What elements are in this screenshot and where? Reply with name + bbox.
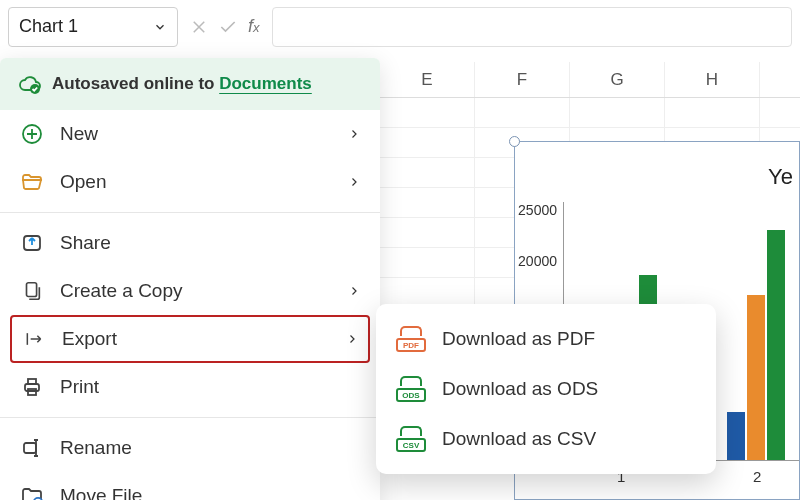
- chevron-right-icon: [348, 284, 360, 298]
- resize-handle-icon[interactable]: [509, 136, 520, 147]
- formula-bar-icons: fx: [190, 16, 260, 37]
- menu-share[interactable]: Share: [0, 219, 380, 267]
- svg-rect-5: [28, 379, 36, 384]
- cancel-icon[interactable]: [190, 18, 208, 36]
- svg-rect-6: [28, 389, 36, 395]
- col-header[interactable]: F: [475, 62, 570, 97]
- svg-rect-7: [24, 443, 36, 453]
- folder-open-icon: [20, 170, 44, 194]
- fx-icon[interactable]: fx: [248, 16, 260, 37]
- x-tick: 2: [753, 468, 761, 485]
- svg-rect-3: [27, 283, 37, 297]
- menu-print[interactable]: Print: [0, 363, 380, 411]
- rename-icon: [20, 436, 44, 460]
- bar: [767, 230, 785, 460]
- formula-input[interactable]: [272, 7, 792, 47]
- documents-link[interactable]: Documents: [219, 74, 312, 93]
- folder-move-icon: [20, 484, 44, 500]
- export-pdf[interactable]: PDF Download as PDF: [382, 314, 710, 364]
- menu-label: Share: [60, 232, 360, 254]
- menu-label: Export: [62, 328, 330, 350]
- bar: [747, 295, 765, 460]
- submenu-label: Download as ODS: [442, 378, 598, 400]
- export-csv[interactable]: CSV Download as CSV: [382, 414, 710, 464]
- share-icon: [20, 231, 44, 255]
- accept-icon[interactable]: [218, 17, 238, 37]
- separator: [0, 417, 380, 418]
- autosave-text: Autosaved online to Documents: [52, 74, 312, 94]
- menu-label: Create a Copy: [60, 280, 332, 302]
- copy-icon: [20, 279, 44, 303]
- menu-label: New: [60, 123, 332, 145]
- printer-icon: [20, 375, 44, 399]
- plus-circle-icon: [20, 122, 44, 146]
- chevron-right-icon: [346, 332, 358, 346]
- column-headers: E F G H: [380, 62, 800, 98]
- col-header[interactable]: E: [380, 62, 475, 97]
- ods-file-icon: ODS: [396, 376, 426, 402]
- submenu-label: Download as CSV: [442, 428, 596, 450]
- menu-create-copy[interactable]: Create a Copy: [0, 267, 380, 315]
- menu-export[interactable]: Export: [10, 315, 370, 363]
- menu-label: Move File: [60, 485, 360, 500]
- cloud-check-icon: [18, 72, 42, 96]
- autosave-prefix: Autosaved online to: [52, 74, 214, 93]
- y-tick: 20000: [507, 253, 557, 269]
- y-tick: 25000: [507, 202, 557, 218]
- col-header[interactable]: H: [665, 62, 760, 97]
- pdf-file-icon: PDF: [396, 326, 426, 352]
- menu-label: Rename: [60, 437, 360, 459]
- menu-new[interactable]: New: [0, 110, 380, 158]
- formula-bar-row: Chart 1 fx: [0, 0, 800, 54]
- chevron-right-icon: [348, 175, 360, 189]
- separator: [0, 212, 380, 213]
- menu-open[interactable]: Open: [0, 158, 380, 206]
- col-header[interactable]: G: [570, 62, 665, 97]
- chevron-down-icon: [153, 20, 167, 34]
- bar: [727, 412, 745, 460]
- name-box-value: Chart 1: [19, 16, 78, 37]
- submenu-label: Download as PDF: [442, 328, 595, 350]
- name-box[interactable]: Chart 1: [8, 7, 178, 47]
- menu-label: Open: [60, 171, 332, 193]
- chart-title: Ye: [768, 164, 793, 190]
- menu-move-file[interactable]: Move File: [0, 472, 380, 500]
- csv-file-icon: CSV: [396, 426, 426, 452]
- chevron-right-icon: [348, 127, 360, 141]
- menu-rename[interactable]: Rename: [0, 424, 380, 472]
- autosave-banner: Autosaved online to Documents: [0, 58, 380, 110]
- export-ods[interactable]: ODS Download as ODS: [382, 364, 710, 414]
- menu-label: Print: [60, 376, 360, 398]
- export-submenu: PDF Download as PDF ODS Download as ODS …: [376, 304, 716, 474]
- export-icon: [22, 327, 46, 351]
- file-menu: Autosaved online to Documents New Open S…: [0, 58, 380, 500]
